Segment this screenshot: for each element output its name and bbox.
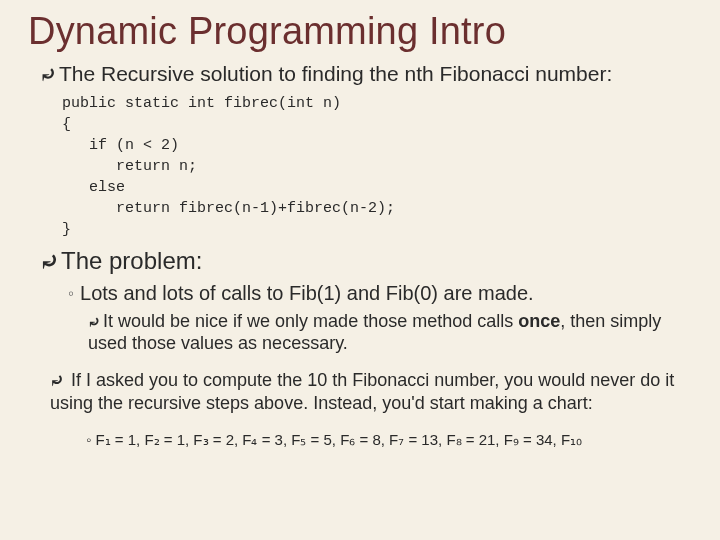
- bullet-icon: ⤾: [40, 248, 59, 276]
- bullet-icon: ⤾: [50, 370, 64, 392]
- bullet-recursive-solution: ⤾The Recursive solution to finding the n…: [40, 61, 692, 87]
- bullet-the-problem: ⤾The problem:: [40, 246, 692, 276]
- bullet-compute-10th: ⤾ If I asked you to compute the 10 th Fi…: [50, 369, 692, 416]
- sequence-values: F₁ = 1, F₂ = 1, F₃ = 2, F₄ = 3, F₅ = 5, …: [96, 431, 583, 448]
- bullet-text: The Recursive solution to finding the nt…: [59, 62, 612, 85]
- text-part-bold: once: [518, 311, 560, 331]
- slide: Dynamic Programming Intro ⤾The Recursive…: [0, 0, 720, 540]
- bullet-text: The problem:: [61, 247, 202, 274]
- bullet-icon: ⤾: [40, 62, 57, 87]
- ring-icon: ◦: [86, 431, 96, 448]
- bullet-icon: ⤾: [88, 312, 101, 331]
- sub-sub-bullet-once: ⤾It would be nice if we only made those …: [88, 310, 692, 355]
- sub-bullet-text: Lots and lots of calls to Fib(1) and Fib…: [80, 282, 534, 304]
- text-part-a: It would be nice if we only made those m…: [103, 311, 518, 331]
- sub-bullet-lots-of-calls: ◦Lots and lots of calls to Fib(1) and Fi…: [68, 281, 692, 306]
- fibonacci-sequence-row: ◦ F₁ = 1, F₂ = 1, F₃ = 2, F₄ = 3, F₅ = 5…: [86, 431, 692, 449]
- slide-title: Dynamic Programming Intro: [28, 10, 692, 53]
- bullet-text: If I asked you to compute the 10 th Fibo…: [50, 370, 674, 413]
- code-block: public static int fibrec(int n) { if (n …: [62, 93, 692, 240]
- ring-icon: ◦: [68, 283, 74, 304]
